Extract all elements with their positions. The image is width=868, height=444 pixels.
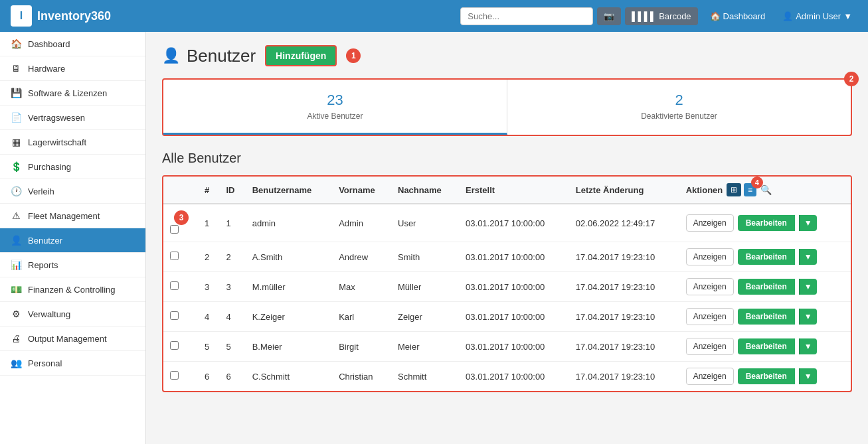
stats-active-users[interactable]: 23 Aktive Benutzer (163, 80, 507, 135)
table-search-button[interactable]: 🔍 (760, 185, 772, 195)
bearbeiten-caret-button[interactable]: ▼ (799, 338, 817, 354)
verleih-icon: 🕐 (11, 186, 21, 196)
row-created: 03.01.2017 10:00:00 (459, 332, 569, 362)
personal-icon: 👥 (11, 358, 21, 368)
row-checkbox-1[interactable] (170, 225, 179, 234)
layout: 🏠 Dashboard 🖥 Hardware 💾 Software & Lize… (0, 32, 868, 444)
bearbeiten-button[interactable]: Bearbeiten (738, 215, 795, 231)
row-firstname: Birgit (332, 332, 391, 362)
row-seq: 5 (198, 332, 219, 362)
row-lastname: Schmitt (391, 362, 459, 392)
brand-name: Inventory360 (37, 9, 111, 23)
row-username: K.Zeiger (246, 302, 332, 332)
row-actions-cell: Anzeigen Bearbeiten ▼ (679, 204, 851, 242)
sidebar-label-fleet: Fleet Management (28, 211, 100, 221)
table-row: 6 6 C.Schmitt Christian Schmitt 03.01.20… (163, 362, 851, 392)
sidebar-label-reports: Reports (28, 260, 58, 270)
sidebar-item-dashboard[interactable]: 🏠 Dashboard (0, 32, 145, 56)
bearbeiten-button[interactable]: Bearbeiten (738, 279, 795, 295)
bearbeiten-caret-button[interactable]: ▼ (799, 279, 817, 295)
anzeigen-button[interactable]: Anzeigen (686, 368, 734, 385)
bearbeiten-button[interactable]: Bearbeiten (738, 368, 795, 384)
benutzer-icon: 👤 (11, 235, 21, 246)
anzeigen-button[interactable]: Anzeigen (686, 308, 734, 325)
row-created: 03.01.2017 10:00:00 (459, 204, 569, 242)
row-badge-3: 3 (174, 210, 189, 225)
sidebar-item-fleet[interactable]: ⚠ Fleet Management (0, 204, 145, 228)
search-area: 📷 ▌▌▌▌ Barcode (460, 7, 697, 25)
row-modified: 17.04.2017 19:23:10 (569, 332, 679, 362)
camera-button[interactable]: 📷 (597, 7, 621, 25)
anzeigen-button[interactable]: Anzeigen (686, 278, 734, 295)
sidebar-label-benutzer: Benutzer (28, 236, 62, 246)
row-modified: 02.06.2022 12:49:17 (569, 204, 679, 242)
row-checkbox-3[interactable] (170, 281, 179, 290)
sidebar: 🏠 Dashboard 🖥 Hardware 💾 Software & Lize… (0, 32, 146, 444)
row-actions-cell: Anzeigen Bearbeiten ▼ (679, 242, 851, 272)
sidebar-item-verwaltung[interactable]: ⚙ Verwaltung (0, 302, 145, 327)
sidebar-item-purchasing[interactable]: 💲 Purchasing (0, 155, 145, 179)
row-checkbox-5[interactable] (170, 341, 179, 350)
sidebar-label-dashboard: Dashboard (28, 39, 70, 49)
dashboard-link[interactable]: 🏠 Dashboard (705, 11, 771, 21)
user-icon-nav: 👤 (782, 11, 793, 21)
sidebar-item-benutzer[interactable]: 👤 Benutzer (0, 228, 145, 253)
row-checkbox-6[interactable] (170, 371, 179, 380)
th-letzte-aenderung: Letzte Änderung (569, 177, 679, 204)
admin-link[interactable]: 👤 Admin User ▼ (777, 11, 857, 21)
row-seq: 2 (198, 242, 219, 272)
users-table-wrapper: # ID Benutzername Vorname Nachname Erste… (162, 175, 852, 392)
row-created: 03.01.2017 10:00:00 (459, 242, 569, 272)
row-lastname: User (391, 204, 459, 242)
table-row: 3 3 M.müller Max Müller 03.01.2017 10:00… (163, 272, 851, 302)
anzeigen-button[interactable]: Anzeigen (686, 214, 734, 232)
row-modified: 17.04.2017 19:23:10 (569, 242, 679, 272)
row-actions-cell: Anzeigen Bearbeiten ▼ (679, 362, 851, 392)
reports-icon: 📊 (11, 259, 21, 270)
th-hash: # (198, 177, 219, 204)
row-checkbox-cell: 3 (163, 204, 198, 242)
hardware-icon: 🖥 (11, 63, 21, 74)
sidebar-item-vertragswesen[interactable]: 📄 Vertragswesen (0, 106, 145, 130)
row-firstname: Admin (332, 204, 391, 242)
sidebar-item-verleih[interactable]: 🕐 Verleih (0, 179, 145, 204)
view-grid-button[interactable]: ⊞ (727, 183, 741, 196)
bearbeiten-caret-button[interactable]: ▼ (799, 309, 817, 325)
home-icon: 🏠 (11, 38, 21, 49)
row-firstname: Andrew (332, 242, 391, 272)
add-badge: 1 (346, 48, 361, 63)
stats-inactive-users[interactable]: 2 Deaktivierte Benutzer (507, 80, 851, 135)
anzeigen-button[interactable]: Anzeigen (686, 338, 734, 355)
sidebar-item-output[interactable]: 🖨 Output Management (0, 327, 145, 351)
sidebar-item-personal[interactable]: 👥 Personal (0, 351, 145, 376)
th-aktionen: Aktionen ⊞ ≡ 4 🔍 (679, 177, 851, 204)
sidebar-item-reports[interactable]: 📊 Reports (0, 253, 145, 277)
bearbeiten-button[interactable]: Bearbeiten (738, 309, 795, 325)
users-table: # ID Benutzername Vorname Nachname Erste… (163, 177, 851, 391)
sidebar-item-software[interactable]: 💾 Software & Lizenzen (0, 81, 145, 106)
row-created: 03.01.2017 10:00:00 (459, 272, 569, 302)
sidebar-label-verwaltung: Verwaltung (28, 309, 70, 319)
bearbeiten-caret-button[interactable]: ▼ (799, 215, 817, 231)
add-user-button[interactable]: Hinzufügen (265, 45, 337, 66)
admin-caret-icon: ▼ (843, 11, 852, 21)
bearbeiten-caret-button[interactable]: ▼ (799, 249, 817, 265)
anzeigen-button[interactable]: Anzeigen (686, 248, 734, 265)
table-header-row: # ID Benutzername Vorname Nachname Erste… (163, 177, 851, 204)
sidebar-item-hardware[interactable]: 🖥 Hardware (0, 56, 145, 81)
bearbeiten-button[interactable]: Bearbeiten (738, 338, 795, 354)
search-input[interactable] (460, 7, 593, 25)
row-username: A.Smith (246, 242, 332, 272)
inactive-users-label: Deaktivierte Benutzer (507, 111, 851, 121)
software-icon: 💾 (11, 88, 21, 98)
sidebar-item-finanzen[interactable]: 💵 Finanzen & Controlling (0, 277, 145, 302)
row-checkbox-cell (163, 242, 198, 272)
bearbeiten-caret-button[interactable]: ▼ (799, 368, 817, 384)
row-lastname: Smith (391, 242, 459, 272)
main-content: 👤 Benutzer Hinzufügen 1 2 23 Aktive Benu… (146, 32, 868, 444)
bearbeiten-button[interactable]: Bearbeiten (738, 249, 795, 265)
barcode-button[interactable]: ▌▌▌▌ Barcode (625, 7, 697, 25)
row-checkbox-2[interactable] (170, 252, 179, 260)
row-checkbox-4[interactable] (170, 311, 179, 320)
sidebar-item-lagerwirtschaft[interactable]: ▦ Lagerwirtschaft (0, 130, 145, 155)
